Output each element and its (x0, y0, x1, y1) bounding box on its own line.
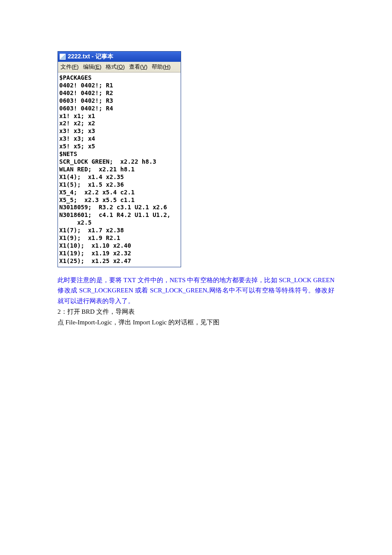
menu-format[interactable]: 格式(O) (104, 63, 127, 71)
step-2-detail: 点 File-Import-Logic，弹出 Import Logic 的对话框… (58, 319, 219, 326)
menu-help[interactable]: 帮助(H) (150, 63, 173, 71)
menu-view[interactable]: 查看(V) (127, 63, 150, 71)
notepad-window: 2222.txt - 记事本 文件(F) 编辑(E) 格式(O) 查看(V) 帮… (58, 51, 181, 267)
document-body: 此时要注意的是，要将 TXT 文件中的，NETS 中有空格的地方都要去掉，比如 … (58, 275, 334, 328)
menu-edit[interactable]: 编辑(E) (81, 63, 104, 71)
menu-file[interactable]: 文件(F) (58, 63, 81, 71)
menubar: 文件(F) 编辑(E) 格式(O) 查看(V) 帮助(H) (58, 62, 181, 72)
titlebar[interactable]: 2222.txt - 记事本 (58, 52, 181, 62)
note-paragraph: 此时要注意的是，要将 TXT 文件中的，NETS 中有空格的地方都要去掉，比如 … (58, 277, 334, 305)
notepad-textarea[interactable]: $PACKAGES 0402! 0402!; R1 0402! 0402!; R… (58, 72, 181, 267)
step-2-line: 2：打开 BRD 文件，导网表 (58, 308, 135, 315)
window-title: 2222.txt - 记事本 (68, 53, 113, 61)
notepad-icon (60, 54, 66, 60)
